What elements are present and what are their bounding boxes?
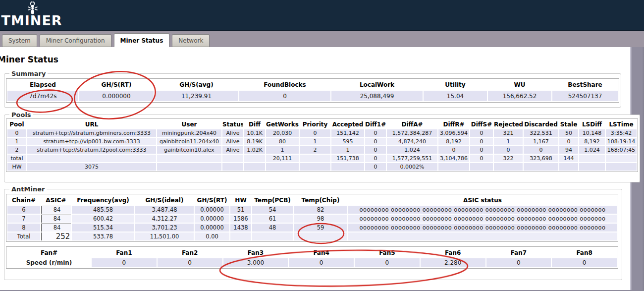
table-cell: 1 (7, 138, 26, 145)
table-cell (230, 233, 251, 240)
table-cell: 1,167 (524, 138, 558, 145)
table-cell: 11,239.91 (155, 91, 238, 101)
table-cell: 0 (524, 146, 558, 154)
table-cell: 0 (470, 146, 493, 154)
table-cell: 0 (559, 138, 578, 145)
table-cell (157, 163, 221, 171)
table-cell: 0 (470, 129, 493, 137)
table-cell: 94 (559, 146, 578, 154)
table-cell: Total (7, 233, 40, 240)
asic-count-box: 84 (41, 206, 71, 214)
table-cell: 0.0002% (387, 163, 437, 171)
table-cell: 0.00000 (195, 224, 229, 232)
table-cell: 7d7m42s (7, 91, 78, 101)
table-row: Total252533.7811,501.000.00 (7, 233, 617, 240)
table-cell: 3,000 (223, 258, 288, 267)
table-cell: 0 (7, 129, 26, 137)
table-cell (524, 163, 558, 171)
column-header: GH/S(ideal) (135, 195, 194, 205)
table-cell: 11,501.00 (135, 233, 194, 240)
tab-system[interactable]: System (2, 34, 37, 47)
table-row: HW307500.0002% (7, 163, 637, 171)
app-header: ANTMINER (0, 0, 644, 31)
table-cell: 8 (7, 224, 40, 232)
fan-speed-row-label: Speed (r/min) (7, 258, 91, 267)
column-header: ASIC# (41, 195, 71, 205)
table-cell (157, 155, 221, 162)
summary-table: ElapsedGH/S(RT)GH/S(avg)FoundBlocksLocal… (6, 78, 619, 103)
table-cell: 3,096,594 (438, 129, 469, 137)
table-cell: 321 (494, 129, 523, 137)
tab-miner-configuration[interactable]: Miner Configuration (40, 34, 111, 47)
table-cell: 84 (41, 206, 71, 214)
table-cell: 6 (7, 206, 40, 214)
column-header: Fan2 (158, 248, 222, 257)
table-cell: oooooooo oooooooo oooooooo oooooooo oooo… (348, 215, 617, 223)
table-row: 2stratum+tcp://stratum.f2pool.com:3333ga… (7, 146, 637, 154)
table-cell (300, 155, 330, 162)
table-cell: 0 (365, 155, 386, 162)
table-cell: 1438 (230, 224, 251, 232)
table-row: Speed (r/min)003,000002,28000 (7, 258, 617, 267)
table-cell: 54 (252, 206, 293, 214)
column-header: ASIC status (348, 195, 617, 205)
table-cell: 3,104,786 (438, 155, 469, 162)
table-cell: 2 (7, 146, 26, 154)
table-cell: 0 (365, 146, 386, 154)
table-cell: 524507137 (552, 91, 618, 101)
table-cell: 168:07:45 (606, 146, 637, 154)
table-cell: 108:19:14 (606, 138, 637, 145)
fan-table: Fan#Fan1Fan2Fan3Fan4Fan5Fan6Fan7Fan8Spee… (6, 246, 618, 269)
table-cell: 144 (559, 155, 578, 162)
table-cell: 533.78 (72, 233, 134, 240)
table-cell: 98 (294, 215, 347, 223)
tab-miner-status[interactable]: Miner Status (114, 33, 170, 47)
table-cell: 0 (239, 91, 330, 101)
table-cell: 1 (331, 146, 364, 154)
table-row: 1stratum+tcp://vip001.bw.com:3333gainbit… (7, 138, 637, 145)
table-cell: 4,312.27 (135, 215, 194, 223)
table-cell: 323,698 (524, 155, 558, 162)
column-header: Stale (559, 120, 578, 128)
column-header: GH/S(avg) (155, 80, 238, 90)
table-cell: miningpunk.204x40 (157, 129, 221, 137)
table-header-row: Fan#Fan1Fan2Fan3Fan4Fan5Fan6Fan7Fan8 (7, 248, 617, 257)
column-header: Status (222, 120, 243, 128)
antminer-status-page: ANTMINER System Miner Configuration Mine… (0, 0, 644, 291)
table-header-row: Chain#ASIC#Frequency(avg)GH/S(ideal)GH/S… (7, 195, 617, 205)
table-cell: 25,088,499 (331, 91, 423, 101)
table-cell: gainbitcoin10.alex (157, 146, 221, 154)
column-header: DiffS# (470, 120, 493, 128)
table-cell: 51 (230, 206, 251, 214)
table-cell: 84 (41, 224, 71, 232)
table-cell: oooooooo oooooooo oooooooo oooooooo oooo… (348, 224, 617, 232)
tab-network[interactable]: Network (172, 34, 210, 47)
table-cell: 0.000000 (79, 91, 154, 101)
pools-legend: Pools (9, 111, 33, 118)
table-cell: gainbitcoin11.204x40 (157, 138, 221, 145)
antminer-legend: AntMiner (9, 185, 47, 193)
table-cell: 3,701.23 (135, 224, 194, 232)
table-cell (27, 155, 156, 162)
table-cell: 0.00 (195, 233, 229, 240)
column-header: FoundBlocks (239, 80, 330, 90)
table-cell: Alive (222, 146, 243, 154)
column-header: Priority (300, 120, 330, 128)
column-header: Temp(Chip) (294, 195, 347, 205)
table-cell (438, 163, 469, 171)
table-cell: 1586 (230, 215, 251, 223)
column-header: LocalWork (331, 80, 423, 90)
table-cell: Alive (222, 138, 243, 145)
tab-bar: System Miner Configuration Miner Status … (0, 31, 644, 47)
table-cell: 0 (92, 258, 157, 267)
table-cell (579, 163, 605, 171)
table-cell: 84 (41, 215, 71, 223)
asic-count-box: 84 (41, 215, 71, 223)
pools-table: PoolURLUserStatusDiffGetWorksPriorityAcc… (6, 118, 638, 172)
table-cell: 0 (365, 138, 386, 145)
table-cell (579, 155, 605, 162)
column-header: Fan# (7, 248, 91, 257)
table-cell: 48 (252, 224, 293, 232)
table-cell: 0 (552, 258, 617, 267)
column-header: BestShare (552, 80, 618, 90)
